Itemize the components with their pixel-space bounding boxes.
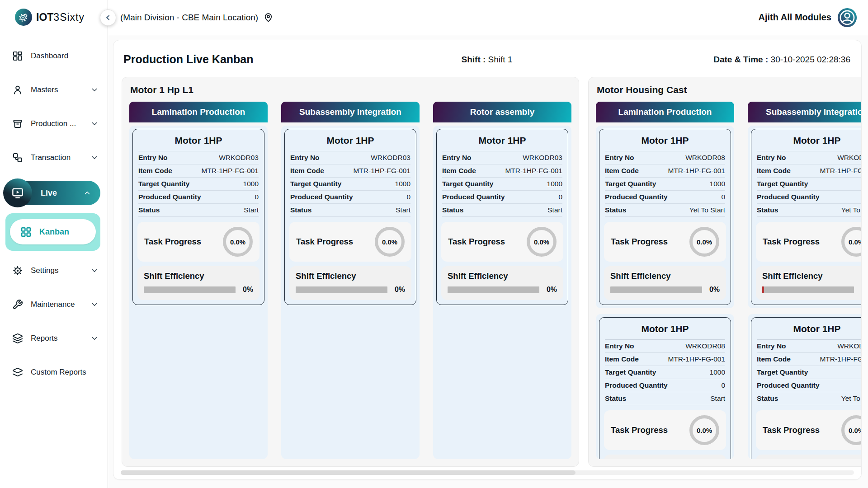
task-progress-ring: 0.0%: [689, 227, 719, 257]
card-product-name: Motor 1HP: [290, 129, 410, 151]
shift-efficiency-value: 0%: [547, 286, 557, 294]
sidebar-item-masters[interactable]: Masters: [0, 79, 108, 101]
chevron-down-icon: [90, 154, 99, 162]
kanban-card-slot: Motor 1HP Entry No WRKODR08 Item Code MT…: [596, 126, 734, 308]
kanban-card[interactable]: Motor 1HP Entry No WRKODR03 Item Code MT…: [436, 129, 568, 305]
shift-efficiency-box: Shift Efficiency 0%: [137, 266, 259, 300]
item-code-label: Item Code: [442, 167, 476, 175]
card-row-target-quantity: Target Quantity 1000: [138, 178, 259, 191]
shift-efficiency-label: Shift Efficiency: [448, 271, 557, 281]
task-progress-value: 0.0%: [849, 427, 861, 434]
card-row-status: Status Yet To Start: [757, 392, 861, 405]
kanban-board[interactable]: Motor 1 Hp L1 Lamination Production Moto…: [113, 77, 861, 467]
user-name[interactable]: Ajith All Modules: [759, 12, 831, 23]
sidebar-item-live[interactable]: Live: [5, 181, 100, 205]
sidebar-collapse-button[interactable]: [100, 9, 116, 26]
kanban-column: Lamination Production Motor 1HP Entry No…: [596, 102, 734, 459]
task-progress-ring: 0.0%: [841, 415, 861, 445]
produced-quantity-label: Produced Quantity: [605, 193, 668, 201]
app-logo: IOT3Sixty: [0, 7, 108, 27]
item-code-value: MTR-1HP-FG-001: [668, 167, 725, 175]
card-row-item-code: Item Code MTR-1HP-FG-001: [138, 164, 259, 178]
chevron-down-icon: [90, 120, 99, 128]
kanban-card[interactable]: Motor 1HP Entry No WRKODR08 Item Code MT…: [599, 129, 731, 305]
card-row-entry-no: Entry No WRKODR03: [138, 151, 259, 164]
horizontal-scrollbar[interactable]: [121, 470, 854, 475]
shift-efficiency-value: 0%: [395, 286, 405, 294]
entry-no-value: WRKODR03: [523, 154, 562, 162]
status-value: Start: [396, 206, 410, 214]
card-row-status: Status Start: [138, 204, 259, 217]
sidebar-item-maintenance[interactable]: Maintenance: [0, 294, 108, 315]
card-row-target-quantity: Target Quantity 1000: [605, 178, 725, 191]
card-row-item-code: Item Code MTR-1HP-FG-001: [605, 164, 725, 178]
card-product-name: Motor 1HP: [757, 318, 861, 340]
sidebar-item-dashboard[interactable]: Dashboard: [0, 45, 108, 67]
page-title: Production Live Kanban: [123, 53, 462, 66]
map-pin-icon[interactable]: [263, 12, 274, 23]
status-label: Status: [757, 206, 778, 214]
gear-icon: [12, 265, 23, 276]
item-code-value: MTR-1HP-FG-001: [820, 167, 861, 175]
card-row-target-quantity: Target Quantity 1000: [757, 178, 861, 191]
sidebar-item-production[interactable]: Production ...: [0, 113, 108, 135]
task-progress-value: 0.0%: [382, 238, 397, 246]
shift-label: Shift :: [462, 55, 486, 64]
card-product-name: Motor 1HP: [757, 129, 861, 151]
sidebar-item-transaction[interactable]: Transaction: [0, 147, 108, 169]
entry-no-value: WRKODR03: [371, 154, 410, 162]
shift-efficiency-bar: [296, 286, 387, 293]
sidebar-item-custom-reports[interactable]: Custom Reports: [0, 361, 108, 383]
shift-efficiency-label: Shift Efficiency: [610, 271, 720, 281]
task-progress-box: Task Progress 0.0%: [441, 222, 563, 262]
kanban-group-title: Motor Housing Cast: [597, 84, 861, 95]
chevron-up-icon: [83, 189, 91, 197]
task-progress-ring: 0.0%: [223, 227, 253, 257]
status-value: Yet To Start: [689, 206, 725, 214]
task-progress-label: Task Progress: [611, 237, 668, 247]
kanban-card[interactable]: Motor 1HP Entry No WRKODR03 Item Code MT…: [284, 129, 416, 305]
kanban-card[interactable]: Motor 1HP Entry No WRKODR08 Item Code MT…: [751, 317, 861, 459]
sidebar-menu: Dashboard Masters Production ...: [0, 45, 108, 395]
kanban-card[interactable]: Motor 1HP Entry No WRKODR08 Item Code MT…: [751, 129, 861, 305]
produced-quantity-label: Produced Quantity: [605, 381, 668, 389]
status-value: Start: [547, 206, 562, 214]
sidebar-item-settings[interactable]: Settings: [0, 260, 108, 282]
user-avatar[interactable]: [837, 8, 857, 28]
layers-icon: [12, 367, 23, 378]
kanban-grid-icon: [20, 226, 32, 238]
kanban-panel: Production Live Kanban Shift : Shift 1 D…: [113, 40, 862, 480]
kanban-card[interactable]: Motor 1HP Entry No WRKODR03 Item Code MT…: [132, 129, 264, 305]
sidebar-item-label: Settings: [31, 266, 58, 275]
card-row-produced-quantity: Produced Quantity 0: [442, 191, 562, 204]
sidebar-item-kanban[interactable]: Kanban: [10, 219, 96, 244]
entry-no-label: Entry No: [138, 154, 168, 162]
wrench-icon: [12, 299, 23, 310]
status-label: Status: [605, 394, 626, 403]
item-code-value: MTR-1HP-FG-001: [668, 355, 725, 363]
card-row-item-code: Item Code MTR-1HP-FG-001: [605, 353, 725, 366]
sidebar-item-reports[interactable]: Reports: [0, 328, 108, 349]
task-progress-box: Task Progress 0.0%: [604, 222, 726, 262]
entry-no-label: Entry No: [757, 342, 786, 350]
target-quantity-label: Target Quantity: [605, 180, 656, 188]
logo-gear-icon: [15, 9, 32, 26]
kanban-group: Motor Housing Cast Lamination Production…: [588, 77, 861, 467]
card-row-item-code: Item Code MTR-1HP-FG-001: [290, 164, 410, 178]
card-row-item-code: Item Code MTR-1HP-FG-001: [442, 164, 562, 178]
shift-efficiency-value: 0%: [243, 286, 253, 294]
task-progress-value: 0.0%: [697, 238, 712, 246]
kanban-group: Motor 1 Hp L1 Lamination Production Moto…: [122, 77, 579, 467]
card-row-status: Status Yet To Start: [605, 204, 725, 217]
target-quantity-value: 1000: [710, 180, 725, 188]
card-product-name: Motor 1HP: [605, 129, 725, 151]
shift-efficiency-label: Shift Efficiency: [296, 271, 405, 281]
card-row-target-quantity: Target Quantity 1000: [290, 178, 410, 191]
shift-info: Shift : Shift 1: [462, 55, 513, 65]
task-progress-value: 0.0%: [849, 238, 861, 246]
scrollbar-thumb[interactable]: [121, 470, 576, 475]
kanban-card[interactable]: Motor 1HP Entry No WRKODR08 Item Code MT…: [599, 317, 731, 459]
target-quantity-value: 1000: [243, 180, 259, 188]
layers-icon: [12, 333, 23, 344]
target-quantity-value: 1000: [395, 180, 410, 188]
